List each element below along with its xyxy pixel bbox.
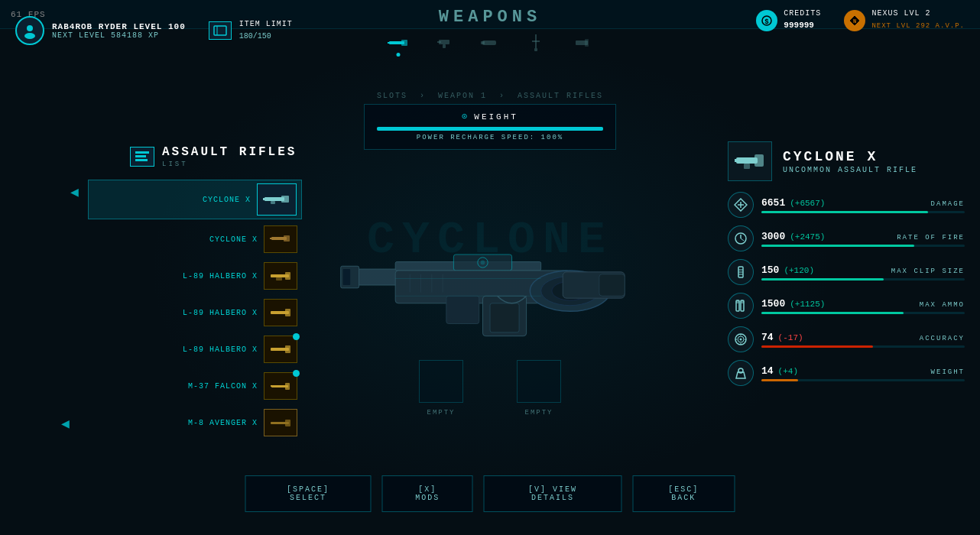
tab-shotguns[interactable] [478, 32, 502, 54]
weapon-item-name: CYCLONE X [209, 235, 258, 244]
weapon-item[interactable]: CYCLONE X [88, 180, 302, 219]
credits-icon: $ [756, 10, 777, 31]
clip-bonus: (+120) [784, 266, 814, 275]
svg-rect-46 [343, 269, 351, 285]
svg-rect-25 [281, 196, 289, 203]
breadcrumb-current: ASSAULT RIFLES [518, 92, 603, 100]
empty-slot-label-1: EMPTY [427, 409, 455, 417]
weapon-header-text: CYCLONE X UNCOMMON ASSAULT RIFLE [783, 149, 917, 174]
weapon-item[interactable]: CYCLONE X [88, 222, 302, 256]
svg-rect-21 [135, 151, 149, 154]
credits-area: $ CREDITS 999999 N NEXUS LVL 2 NEXT LVL … [756, 9, 965, 31]
svg-rect-8 [443, 44, 446, 48]
credits-block: $ CREDITS 999999 [756, 9, 821, 31]
rof-label: RATE OF FIRE [897, 234, 965, 242]
category-name: ASSAULT RIFLES [162, 145, 297, 159]
svg-point-0 [27, 25, 33, 31]
damage-bonus: (+6567) [790, 199, 825, 208]
breadcrumb: SLOTS › WEAPON 1 › ASSAULT RIFLES [374, 92, 606, 100]
damage-label: DAMAGE [931, 200, 965, 208]
view-details-button[interactable]: [V] VIEW DETAILS [484, 475, 621, 512]
nav-arrow-down[interactable]: ◀ [61, 415, 70, 432]
weapon-list: CYCLONE X CYCLONE X L-89 HALBERO X L-89 … [88, 180, 302, 439]
svg-rect-57 [446, 296, 479, 323]
accuracy-bar [761, 345, 873, 348]
clip-bar [761, 278, 884, 280]
tab-melee[interactable] [524, 32, 548, 54]
clip-value: 150 [761, 264, 779, 276]
svg-point-86 [740, 339, 742, 341]
rof-bonus: (+2475) [790, 232, 825, 242]
ammo-value: 1500 [761, 298, 785, 310]
svg-text:N: N [853, 18, 856, 24]
weapon-item[interactable]: L-89 HALBERO X [88, 259, 302, 293]
empty-slot-2[interactable]: EMPTY [517, 360, 561, 417]
svg-rect-42 [285, 420, 290, 426]
select-button[interactable]: [SPACE] SELECT [245, 475, 372, 512]
svg-rect-2 [214, 26, 226, 35]
weight-stat-bar [761, 379, 798, 381]
damage-icon [728, 192, 754, 218]
nav-arrow-up[interactable]: ◀ [70, 183, 79, 200]
empty-slot-box-2 [517, 360, 561, 403]
back-button[interactable]: [Esc] BACK [632, 475, 735, 512]
weapon-item[interactable]: M-37 FALCON X [88, 369, 302, 403]
empty-slot-label-2: EMPTY [524, 409, 553, 417]
svg-rect-16 [585, 39, 589, 47]
breadcrumb-sep1: › [420, 92, 432, 100]
ammo-bonus: (+1125) [790, 300, 825, 309]
weapon-header-icon [728, 141, 772, 181]
svg-rect-13 [532, 41, 540, 42]
svg-rect-66 [736, 157, 758, 164]
category-sub: LIST [162, 160, 297, 168]
weight-stat-icon [728, 360, 754, 386]
rof-value: 3000 [761, 231, 785, 242]
weapon-item[interactable]: M-8 AVENGER X [88, 406, 302, 439]
category-header: ASSAULT RIFLES LIST [130, 145, 297, 168]
stat-damage: 6651 (+6567) DAMAGE [728, 192, 965, 218]
credits-label: CREDITS [784, 9, 821, 18]
tab-assault-rifles[interactable] [386, 32, 410, 54]
accuracy-value: 74 [761, 332, 774, 343]
weapon-item[interactable]: L-89 HALBERO X [88, 332, 302, 366]
credits-value: 999999 [784, 21, 814, 30]
svg-rect-11 [481, 41, 485, 44]
empty-slot-1[interactable]: EMPTY [419, 360, 463, 417]
mods-button[interactable]: [X] MODS [382, 475, 473, 512]
accuracy-bonus: (-17) [778, 333, 803, 342]
weapon-item[interactable]: L-89 HALBERO X [88, 296, 302, 329]
svg-rect-40 [271, 385, 274, 387]
stats-panel: CYCLONE X UNCOMMON ASSAULT RIFLE 6651 (+… [728, 141, 965, 394]
gun-svg [337, 209, 643, 362]
page-header: WEAPONS [439, 8, 541, 27]
accuracy-label: ACCURACY [920, 335, 965, 342]
svg-rect-26 [263, 198, 268, 200]
tab-special[interactable] [570, 32, 594, 54]
weight-label-text: WEIGHT [474, 112, 518, 122]
item-limit-text: ITEM LIMIT 180/150 [239, 20, 293, 42]
stat-accuracy: 74 (-17) ACCURACY [728, 326, 965, 352]
player-name: RAB4ROB RYDER LEVEL 100 [52, 22, 186, 31]
stat-weight: 14 (+4) WEIGHT [728, 360, 965, 386]
svg-rect-9 [437, 41, 441, 43]
accuracy-icon [728, 326, 754, 352]
stat-rof: 3000 (+2475) RATE OF FIRE [728, 225, 965, 251]
page-title: WEAPONS [439, 8, 541, 27]
weight-bar-fill [377, 127, 603, 131]
svg-rect-23 [135, 159, 148, 161]
weapon-rarity: UNCOMMON ASSAULT RIFLE [783, 166, 917, 174]
svg-rect-69 [744, 164, 750, 169]
damage-bar [761, 211, 928, 213]
empty-slot-box-1 [419, 360, 463, 403]
weight-sublabel: POWER RECHARGE SPEED: 100% [377, 134, 603, 141]
svg-rect-5 [401, 40, 407, 46]
weight-label: ⊙ WEIGHT [377, 111, 603, 122]
weapon-header-right: CYCLONE X UNCOMMON ASSAULT RIFLE [728, 141, 965, 181]
weapon-name: CYCLONE X [783, 149, 917, 164]
category-icon [130, 147, 154, 167]
svg-rect-22 [135, 155, 146, 157]
stat-ammo: 1500 (+1125) MAX AMMO [728, 293, 965, 319]
tab-pistols[interactable] [432, 32, 456, 54]
avatar [15, 16, 44, 45]
weapon-item-name: M-37 FALCON X [188, 382, 258, 391]
